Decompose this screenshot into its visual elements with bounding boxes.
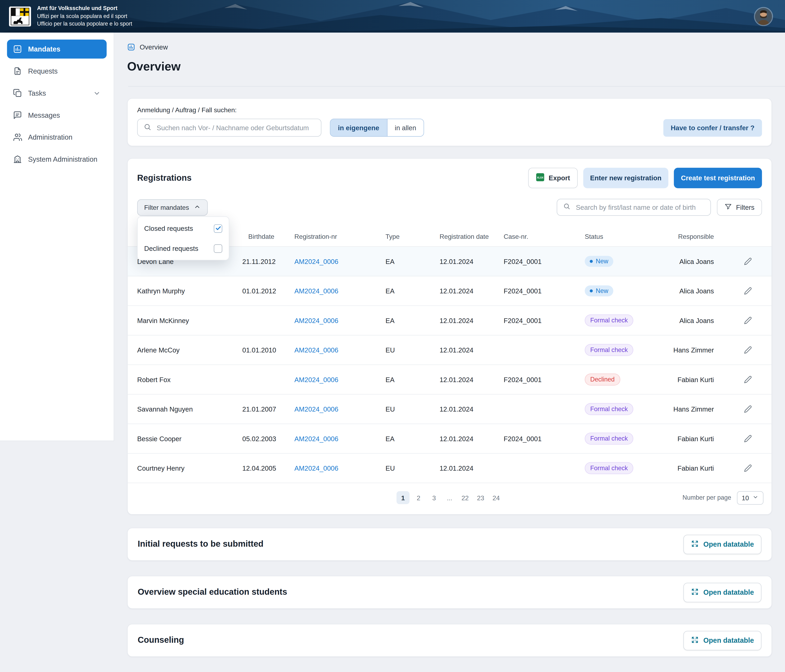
sidebar-item-requests[interactable]: Requests bbox=[7, 61, 106, 81]
org-line-3: Ufficio per la scuola popolare e lo spor… bbox=[37, 20, 132, 28]
administration-users-icon bbox=[13, 133, 22, 142]
sidebar: Mandates Requests Tasks Messages bbox=[0, 33, 114, 441]
table-row[interactable]: Courtney Henry 12.04.2005 AM2024_0006 EU… bbox=[128, 454, 771, 483]
page-number[interactable]: 23 bbox=[474, 491, 487, 504]
export-button-label: Export bbox=[549, 174, 570, 182]
checkbox-unchecked-icon[interactable] bbox=[214, 244, 222, 253]
initial-requests-panel: Initial requests to be submitted Open da… bbox=[127, 528, 772, 561]
edit-row-button[interactable] bbox=[742, 255, 754, 267]
cell-responsible: Alica Joans bbox=[669, 317, 734, 324]
per-page-select[interactable]: 10 bbox=[737, 491, 763, 504]
scope-own-option[interactable]: in eigengene bbox=[330, 119, 387, 136]
expand-icon bbox=[691, 539, 699, 549]
table-row[interactable]: Savannah Nguyen 21.01.2007 AM2024_0006 E… bbox=[128, 395, 771, 424]
filter-mandates-button[interactable]: Filter mandates bbox=[137, 199, 208, 216]
table-row[interactable]: Bessie Cooper 05.02.2003 AM2024_0006 EA … bbox=[128, 424, 771, 453]
case-search-input[interactable] bbox=[156, 123, 315, 132]
filter-mandates-dropdown: Closed requests Declined requests bbox=[137, 216, 229, 261]
edit-row-button[interactable] bbox=[742, 403, 754, 415]
filter-option-label: Closed requests bbox=[144, 225, 193, 232]
filters-button[interactable]: Filters bbox=[717, 199, 762, 216]
column-header-registration-date: Registration date bbox=[425, 233, 495, 241]
cell-birthdate: 12.04.2005 bbox=[242, 464, 288, 472]
checkbox-checked-icon[interactable] bbox=[214, 224, 222, 233]
column-header-responsible: Responsible bbox=[669, 233, 734, 241]
expand-icon bbox=[691, 588, 699, 597]
filter-option-declined-requests[interactable]: Declined requests bbox=[138, 238, 229, 258]
status-badge: New bbox=[585, 285, 613, 297]
chevron-down-icon bbox=[93, 89, 101, 97]
top-header: Amt für Volksschule und Sport Uffizi per… bbox=[0, 0, 785, 33]
system-administration-building-icon bbox=[13, 155, 22, 164]
cell-case-nr: F2024_0001 bbox=[495, 317, 574, 324]
cell-name: Bessie Cooper bbox=[137, 435, 242, 442]
breadcrumb[interactable]: Overview bbox=[127, 43, 168, 51]
table-row[interactable]: Kathryn Murphy 01.01.2012 AM2024_0006 EA… bbox=[128, 277, 771, 306]
table-row[interactable]: Robert Fox AM2024_0006 EA 12.01.2024 F20… bbox=[128, 365, 771, 394]
scope-all-option[interactable]: in allen bbox=[387, 119, 424, 136]
breadcrumb-current: Overview bbox=[140, 43, 168, 51]
sidebar-item-tasks[interactable]: Tasks bbox=[7, 84, 106, 103]
sidebar-item-messages[interactable]: Messages bbox=[7, 106, 106, 125]
sidebar-item-mandates[interactable]: Mandates bbox=[7, 39, 106, 58]
open-datatable-button[interactable]: Open datatable bbox=[683, 630, 762, 650]
column-header-status: Status bbox=[574, 233, 669, 241]
edit-row-button[interactable] bbox=[742, 433, 754, 445]
page-number[interactable]: 2 bbox=[412, 491, 425, 504]
confer-transfer-button[interactable]: Have to confer / transfer ? bbox=[663, 119, 762, 137]
cell-responsible: Hans Zimmer bbox=[669, 405, 734, 413]
page-number[interactable]: 22 bbox=[458, 491, 472, 504]
page-number[interactable]: 3 bbox=[427, 491, 441, 504]
registration-nr-link[interactable]: AM2024_0006 bbox=[294, 464, 338, 472]
open-datatable-button[interactable]: Open datatable bbox=[683, 583, 762, 602]
column-header-type: Type bbox=[378, 233, 424, 241]
sidebar-item-system-administration[interactable]: System Administration bbox=[7, 150, 106, 169]
registration-nr-link[interactable]: AM2024_0006 bbox=[294, 405, 338, 413]
cell-name: Savannah Nguyen bbox=[137, 405, 242, 413]
table-row[interactable]: Marvin McKinney AM2024_0006 EA 12.01.202… bbox=[128, 306, 771, 335]
registration-nr-link[interactable]: AM2024_0006 bbox=[294, 258, 338, 265]
cell-responsible: Hans Zimmer bbox=[669, 346, 734, 354]
cell-name: Arlene McCoy bbox=[137, 346, 242, 354]
cell-registration-date: 12.01.2024 bbox=[425, 287, 495, 295]
counseling-panel: Counseling Open datatable bbox=[127, 624, 772, 657]
sidebar-item-administration[interactable]: Administration bbox=[7, 128, 106, 147]
filters-button-label: Filters bbox=[736, 204, 755, 211]
cell-birthdate: 05.02.2003 bbox=[242, 435, 288, 442]
pagination: 1 2 3 ... 22 23 24 Number per page 10 bbox=[128, 483, 771, 512]
page-number[interactable]: 24 bbox=[489, 491, 503, 504]
edit-row-button[interactable] bbox=[742, 344, 754, 356]
table-search-input[interactable] bbox=[575, 203, 704, 212]
registration-nr-link[interactable]: AM2024_0006 bbox=[294, 287, 338, 295]
enter-new-registration-button[interactable]: Enter new registration bbox=[583, 168, 668, 188]
edit-row-button[interactable] bbox=[742, 314, 754, 327]
svg-text:XLSX: XLSX bbox=[537, 176, 544, 179]
cell-registration-date: 12.01.2024 bbox=[425, 346, 495, 354]
cell-type: EU bbox=[378, 346, 424, 354]
page-number[interactable]: 1 bbox=[397, 491, 410, 504]
case-search-input-wrapper bbox=[137, 119, 321, 137]
create-test-registration-button[interactable]: Create test registration bbox=[674, 168, 762, 188]
registration-nr-link[interactable]: AM2024_0006 bbox=[294, 317, 338, 324]
edit-row-button[interactable] bbox=[742, 374, 754, 386]
registration-nr-link[interactable]: AM2024_0006 bbox=[294, 376, 338, 383]
open-datatable-button[interactable]: Open datatable bbox=[683, 534, 762, 554]
export-button[interactable]: XLSX Export bbox=[528, 168, 577, 188]
table-row[interactable]: Arlene McCoy 01.01.2010 AM2024_0006 EU 1… bbox=[128, 336, 771, 365]
column-header-birthdate: Birthdate bbox=[242, 233, 288, 241]
status-badge: Formal check bbox=[585, 314, 633, 327]
sidebar-item-label: Administration bbox=[28, 133, 72, 141]
messages-bubble-icon bbox=[13, 111, 22, 120]
cell-birthdate: 01.01.2010 bbox=[242, 346, 288, 354]
registration-nr-link[interactable]: AM2024_0006 bbox=[294, 346, 338, 354]
cell-name: Courtney Henry bbox=[137, 464, 242, 472]
cell-birthdate: 21.01.2007 bbox=[242, 405, 288, 413]
cell-case-nr: F2024_0001 bbox=[495, 435, 574, 442]
user-avatar[interactable] bbox=[754, 7, 773, 26]
registration-nr-link[interactable]: AM2024_0006 bbox=[294, 435, 338, 442]
cell-responsible: Alica Joans bbox=[669, 258, 734, 265]
edit-row-button[interactable] bbox=[742, 285, 754, 297]
organization-name: Amt für Volksschule und Sport Uffizi per… bbox=[37, 5, 132, 28]
edit-row-button[interactable] bbox=[742, 462, 754, 474]
filter-option-closed-requests[interactable]: Closed requests bbox=[138, 218, 229, 238]
